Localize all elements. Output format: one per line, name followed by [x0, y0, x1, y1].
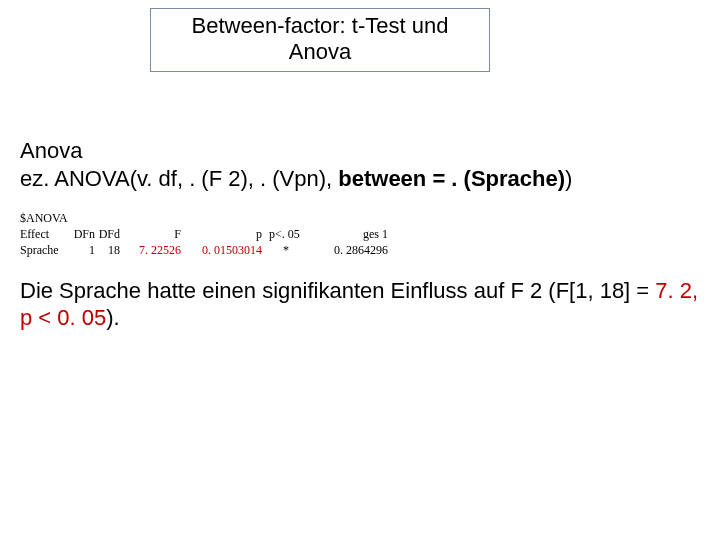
col-effect: Effect — [20, 226, 64, 242]
slide-title-box: Between-factor: t-Test und Anova — [150, 8, 490, 72]
col-p: p — [184, 226, 262, 242]
slide-title: Between-factor: t-Test und Anova — [192, 13, 449, 64]
code-between: between = . (Sprache) — [338, 166, 565, 191]
code-suffix: ) — [565, 166, 572, 191]
anova-output: $ANOVA Effect DFn DFd F p p<. 05 ges 1 S… — [20, 210, 700, 259]
col-p05: p<. 05 — [265, 226, 303, 242]
val-p: 0. 01503014 — [184, 242, 262, 258]
val-dfd: 18 — [98, 242, 120, 258]
conclusion-text: Die Sprache hatte einen signifikanten Ei… — [20, 277, 700, 332]
val-ges: 0. 2864296 — [306, 242, 388, 258]
slide: Between-factor: t-Test und Anova Anova e… — [0, 0, 720, 540]
code-line: ez. ANOVA(v. df, . (F 2), . (Vpn), betwe… — [20, 166, 700, 192]
val-effect: Sprache — [20, 242, 64, 258]
col-dfd: DFd — [98, 226, 120, 242]
val-f: 7. 22526 — [123, 242, 181, 258]
heading-anova: Anova — [20, 138, 700, 164]
slide-content: Anova ez. ANOVA(v. df, . (F 2), . (Vpn),… — [20, 138, 700, 332]
anova-section-label: $ANOVA — [20, 210, 700, 226]
code-prefix: ez. ANOVA(v. df, . (F 2), . (Vpn), — [20, 166, 338, 191]
anova-data-row: Sprache 1 18 7. 22526 0. 01503014 * 0. 2… — [20, 242, 700, 258]
col-f: F — [123, 226, 181, 242]
col-dfn: DFn — [67, 226, 95, 242]
val-dfn: 1 — [67, 242, 95, 258]
conclusion-part-b: ). — [106, 305, 119, 330]
col-ges: ges 1 — [306, 226, 388, 242]
conclusion-part-a: Die Sprache hatte einen signifikanten Ei… — [20, 278, 655, 303]
anova-header-row: Effect DFn DFd F p p<. 05 ges 1 — [20, 226, 700, 242]
val-p05: * — [265, 242, 303, 258]
